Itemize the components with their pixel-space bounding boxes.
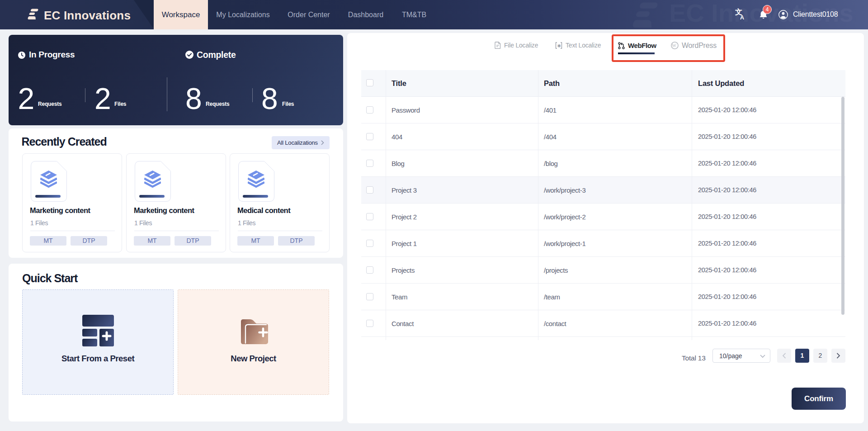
svg-text:A: A: [740, 14, 744, 20]
svg-text:✱: ✱: [557, 43, 561, 48]
svg-text:W: W: [672, 43, 676, 48]
